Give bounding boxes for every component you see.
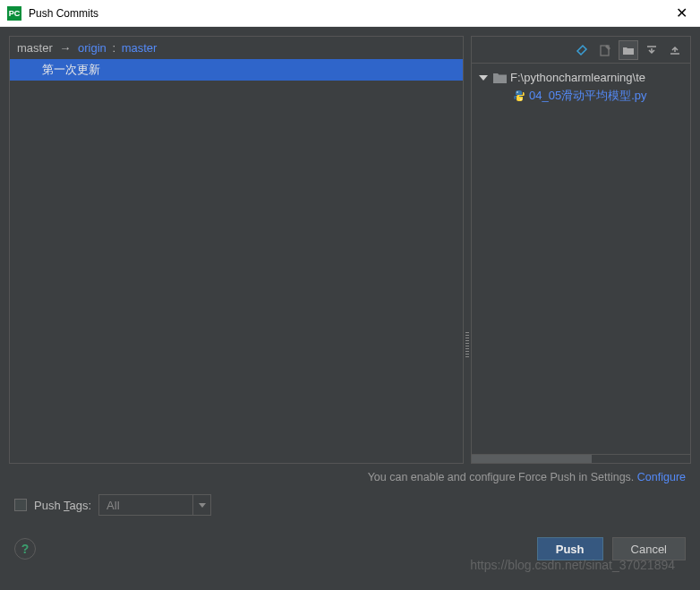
push-tags-dropdown-button[interactable] xyxy=(192,495,210,515)
colon: : xyxy=(112,41,115,55)
push-tags-select[interactable]: All xyxy=(98,494,211,516)
expand-all-button[interactable] xyxy=(642,40,662,60)
grip-icon xyxy=(465,330,469,357)
hint-text: You can enable and configure Force Push … xyxy=(368,471,637,483)
file-tree: F:\pythoncharmlearning\te 04_05滑动平均模型.py xyxy=(472,64,690,454)
horizontal-scrollbar[interactable] xyxy=(472,454,690,463)
folder-icon xyxy=(493,72,507,83)
help-button[interactable]: ? xyxy=(14,538,36,560)
tree-file-row[interactable]: 04_05滑动平均模型.py xyxy=(475,86,687,106)
files-panel: F:\pythoncharmlearning\te 04_05滑动平均模型.py xyxy=(471,36,691,464)
local-branch: master xyxy=(17,41,53,55)
collapse-all-icon xyxy=(669,44,681,56)
close-icon[interactable]: ✕ xyxy=(670,4,693,21)
edit-icon xyxy=(599,44,611,56)
commits-panel: master → origin : master 第一次更新 xyxy=(9,36,464,464)
svg-point-6 xyxy=(520,98,522,100)
remote-name: origin xyxy=(78,41,107,55)
expand-all-icon xyxy=(645,44,658,56)
commit-row[interactable]: 第一次更新 xyxy=(10,59,463,81)
push-button[interactable]: Push xyxy=(537,537,603,560)
collapse-all-button[interactable] xyxy=(665,40,685,60)
window-title: Push Commits xyxy=(29,7,670,20)
push-tags-checkbox[interactable] xyxy=(14,499,27,511)
commit-message: 第一次更新 xyxy=(42,63,100,76)
force-push-hint: You can enable and configure Force Push … xyxy=(9,464,691,492)
configure-link[interactable]: Configure xyxy=(637,471,686,483)
pin-icon xyxy=(576,44,588,56)
push-tags-row: Push Tags: All xyxy=(9,492,691,525)
folder-path: F:\pythoncharmlearning\te xyxy=(510,71,645,84)
app-icon: PC xyxy=(7,6,21,21)
edit-source-button[interactable] xyxy=(595,40,615,60)
cancel-button[interactable]: Cancel xyxy=(612,537,686,560)
push-tags-label: Push Tags: xyxy=(34,499,91,512)
svg-point-5 xyxy=(516,91,518,93)
tracking-branch: master xyxy=(122,41,158,55)
dialog-footer: ? Push Cancel xyxy=(9,525,691,560)
group-by-directory-button[interactable] xyxy=(619,40,638,60)
dialog-body: master → origin : master 第一次更新 xyxy=(0,27,700,590)
titlebar: PC Push Commits ✕ xyxy=(0,0,700,27)
files-toolbar xyxy=(472,37,690,64)
scrollbar-thumb[interactable] xyxy=(472,455,592,463)
tree-folder-row[interactable]: F:\pythoncharmlearning\te xyxy=(475,69,687,86)
push-tags-value: All xyxy=(99,499,192,512)
splitter-handle[interactable] xyxy=(464,36,471,464)
chevron-down-icon xyxy=(199,503,206,508)
arrow-icon: → xyxy=(59,41,71,55)
file-name: 04_05滑动平均模型.py xyxy=(529,88,647,104)
panels: master → origin : master 第一次更新 xyxy=(9,36,691,464)
pin-button[interactable] xyxy=(572,40,592,60)
group-by-icon xyxy=(622,44,635,56)
chevron-down-icon xyxy=(479,75,488,81)
python-file-icon xyxy=(513,90,525,102)
branch-row[interactable]: master → origin : master xyxy=(10,37,463,59)
